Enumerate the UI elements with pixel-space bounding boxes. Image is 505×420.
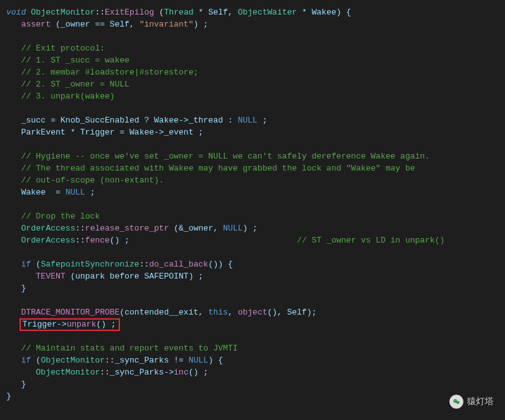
- code-line: }: [6, 284, 26, 293]
- code-line: // Drop the lock: [6, 212, 100, 221]
- code-line: TEVENT (unpark before SAFEPOINT) ;: [6, 272, 203, 281]
- code-line: ObjectMonitor::_sync_Parks->inc() ;: [6, 368, 208, 377]
- svg-point-2: [454, 400, 455, 401]
- code-line: ParkEvent * Trigger = Wakee->_event ;: [6, 128, 203, 137]
- code-line: // 1. ST _succ = wakee: [6, 56, 129, 65]
- code-line: // Exit protocol:: [6, 44, 105, 53]
- svg-point-4: [457, 402, 458, 402]
- code-line: // out-of-scope (non-extant).: [6, 176, 164, 185]
- watermark-text: 猿灯塔: [467, 396, 494, 407]
- code-line: // Hygiene -- once we've set _owner = NU…: [6, 152, 430, 161]
- code-line: Trigger->unpark() ;: [6, 320, 120, 329]
- code-line: if (SafepointSynchronize::do_call_back()…: [6, 260, 233, 269]
- wechat-icon: [449, 395, 463, 409]
- code-line: _succ = Knob_SuccEnabled ? Wakee->_threa…: [6, 116, 268, 125]
- code-line: OrderAccess::release_store_ptr (&_owner,…: [6, 224, 258, 233]
- svg-point-1: [456, 401, 460, 404]
- code-block: void ObjectMonitor::ExitEpilog (Thread *…: [0, 0, 505, 402]
- code-line: assert (_owner == Self, "invariant") ;: [6, 20, 208, 29]
- code-line: // Maintain stats and report events to J…: [6, 344, 238, 353]
- code-line: }: [6, 392, 11, 401]
- code-line: Wakee = NULL ;: [6, 188, 95, 197]
- code-line: // The thread associated with Wakee may …: [6, 164, 415, 173]
- code-line: if (ObjectMonitor::_sync_Parks != NULL) …: [6, 356, 223, 365]
- code-line: // 2. ST _owner = NULL: [6, 80, 129, 89]
- code-line: }: [6, 380, 26, 389]
- code-line: DTRACE_MONITOR_PROBE(contended__exit, th…: [6, 308, 317, 317]
- code-line: void ObjectMonitor::ExitEpilog (Thread *…: [6, 8, 351, 17]
- watermark: 猿灯塔: [449, 395, 494, 409]
- svg-point-5: [458, 402, 459, 402]
- highlight-box: Trigger->unpark() ;: [20, 318, 119, 331]
- code-line: // 2. membar #loadstore|#storestore;: [6, 68, 198, 77]
- svg-point-3: [456, 400, 456, 401]
- code-line: // 3. unpark(wakee): [6, 92, 115, 101]
- code-line: OrderAccess::fence() ; // ST _owner vs L…: [6, 236, 444, 245]
